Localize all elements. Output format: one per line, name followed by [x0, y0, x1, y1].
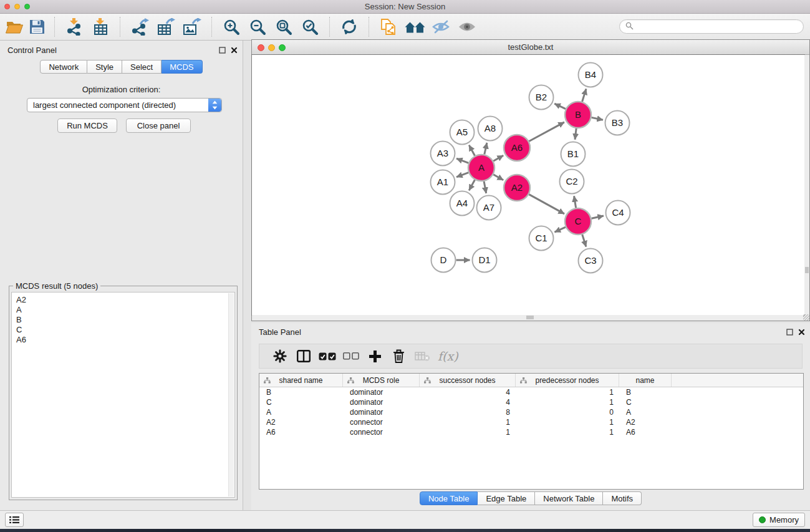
node-C4[interactable]: C4: [606, 201, 630, 225]
node-B4[interactable]: B4: [579, 63, 603, 87]
edge-C-C3[interactable]: [582, 235, 586, 247]
edge-A-A4[interactable]: [469, 180, 475, 190]
node-A6[interactable]: A6: [504, 135, 530, 161]
table-row[interactable]: Adominator80A: [259, 407, 803, 417]
select-all-columns-icon[interactable]: [316, 352, 339, 360]
result-item[interactable]: A2: [16, 295, 234, 305]
float-panel-button[interactable]: [218, 46, 226, 54]
node-C2[interactable]: C2: [560, 170, 584, 194]
edge-C-C2[interactable]: [574, 196, 576, 208]
result-item[interactable]: A6: [16, 335, 234, 345]
tab-mcds[interactable]: MCDS: [162, 60, 202, 74]
first-neighbors-icon[interactable]: [402, 16, 428, 38]
node-A7[interactable]: A7: [477, 196, 501, 220]
zoom-fit-icon[interactable]: [271, 16, 297, 38]
tab-network[interactable]: Network: [40, 60, 87, 74]
edge-A-A8[interactable]: [485, 143, 487, 155]
edge-B-B3[interactable]: [592, 117, 604, 120]
network-window-titlebar[interactable]: testGlobe.txt: [252, 40, 809, 55]
network-close-traffic-light[interactable]: [258, 44, 264, 51]
table-row[interactable]: A6connector11A6: [259, 427, 803, 437]
new-network-from-selection-icon[interactable]: [375, 16, 402, 38]
node-A2[interactable]: A2: [504, 175, 530, 201]
import-network-icon[interactable]: [61, 16, 87, 38]
zoom-out-icon[interactable]: [244, 16, 271, 38]
export-image-icon[interactable]: [179, 16, 205, 38]
edge-A-A7[interactable]: [484, 181, 486, 193]
task-history-button[interactable]: [5, 513, 24, 527]
export-table-icon[interactable]: [153, 16, 179, 38]
mcds-result-list[interactable]: A2ABCA6: [11, 292, 235, 498]
refresh-layout-icon[interactable]: [336, 16, 362, 38]
node-D[interactable]: D: [432, 248, 456, 273]
node-A4[interactable]: A4: [450, 191, 475, 216]
table-settings-gear-icon[interactable]: [268, 349, 292, 363]
result-item[interactable]: C: [16, 325, 234, 335]
zoom-in-icon[interactable]: [218, 16, 244, 38]
edge-B-B4[interactable]: [582, 89, 586, 102]
save-session-icon[interactable]: [26, 16, 48, 38]
edge-A-A3[interactable]: [456, 158, 468, 163]
network-canvas[interactable]: B4B2BB3B1A5A8A6A3AA1A2C2A4A7CC4C1C3DD1: [252, 55, 804, 315]
node-A1[interactable]: A1: [431, 170, 455, 195]
export-network-icon[interactable]: [127, 16, 153, 38]
node-A5[interactable]: A5: [450, 120, 475, 145]
float-table-panel-button[interactable]: [785, 327, 794, 336]
close-panel-action-button[interactable]: Close panel: [126, 118, 191, 133]
column-header-name[interactable]: name: [619, 374, 672, 387]
close-table-panel-button[interactable]: [797, 327, 806, 336]
zoom-traffic-light[interactable]: [24, 4, 30, 9]
network-minimize-traffic-light[interactable]: [268, 44, 275, 51]
show-hidden-icon[interactable]: [454, 16, 480, 38]
minimize-traffic-light[interactable]: [14, 4, 20, 9]
zoom-selected-icon[interactable]: [297, 16, 323, 38]
column-header-predecessor_nodes[interactable]: predecessor nodes: [516, 374, 619, 387]
edge-A-A1[interactable]: [456, 173, 468, 177]
column-header-shared_name[interactable]: shared name: [259, 374, 343, 387]
column-header-mcds_role[interactable]: MCDS role: [343, 374, 420, 387]
search-field[interactable]: [619, 19, 804, 34]
table-tab-motifs[interactable]: Motifs: [603, 491, 642, 505]
node-A[interactable]: A: [468, 155, 494, 181]
table-row[interactable]: Cdominator41C: [259, 397, 803, 407]
search-input[interactable]: [637, 22, 803, 31]
vertical-scrollbar[interactable]: [804, 55, 809, 315]
create-column-plus-icon[interactable]: [363, 351, 387, 362]
node-B3[interactable]: B3: [605, 111, 630, 135]
node-A3[interactable]: A3: [431, 142, 455, 166]
column-header-successor_nodes[interactable]: successor nodes: [420, 374, 516, 387]
node-B[interactable]: B: [565, 102, 591, 128]
result-item[interactable]: B: [16, 315, 234, 325]
import-table-icon[interactable]: [87, 16, 113, 38]
optimization-criterion-select[interactable]: largest connected component (directed): [27, 98, 222, 112]
result-scrollbar[interactable]: [228, 293, 234, 496]
run-mcds-button[interactable]: Run MCDS: [57, 118, 117, 133]
node-D1[interactable]: D1: [473, 248, 497, 273]
edge-A-A6[interactable]: [493, 155, 503, 161]
edge-A6-B[interactable]: [529, 122, 564, 142]
node-C[interactable]: C: [565, 208, 591, 235]
tab-select[interactable]: Select: [122, 60, 162, 74]
edge-C-C4[interactable]: [592, 216, 604, 218]
edge-A-A5[interactable]: [469, 145, 475, 156]
network-zoom-traffic-light[interactable]: [279, 44, 286, 51]
close-traffic-light[interactable]: [4, 4, 10, 9]
resize-grip[interactable]: [803, 314, 809, 321]
node-C3[interactable]: C3: [579, 249, 603, 273]
horizontal-scrollbar[interactable]: [252, 315, 804, 321]
table-row[interactable]: A2connector11A2: [259, 417, 803, 427]
edge-B-B1[interactable]: [575, 128, 576, 140]
open-file-icon[interactable]: [3, 16, 26, 38]
hide-selected-icon[interactable]: [428, 16, 454, 38]
deselect-all-columns-icon[interactable]: [339, 352, 363, 360]
edge-B-B2[interactable]: [554, 104, 566, 109]
edge-A-A2[interactable]: [493, 175, 503, 180]
table-tab-edge-table[interactable]: Edge Table: [478, 491, 535, 505]
node-B1[interactable]: B1: [561, 142, 586, 167]
table-tab-node-table[interactable]: Node Table: [420, 491, 478, 505]
column-layout-icon[interactable]: [292, 350, 316, 362]
node-table[interactable]: shared nameMCDS rolesuccessor nodesprede…: [259, 373, 804, 490]
node-C1[interactable]: C1: [529, 226, 554, 251]
node-B2[interactable]: B2: [529, 85, 554, 110]
node-A8[interactable]: A8: [478, 117, 503, 141]
